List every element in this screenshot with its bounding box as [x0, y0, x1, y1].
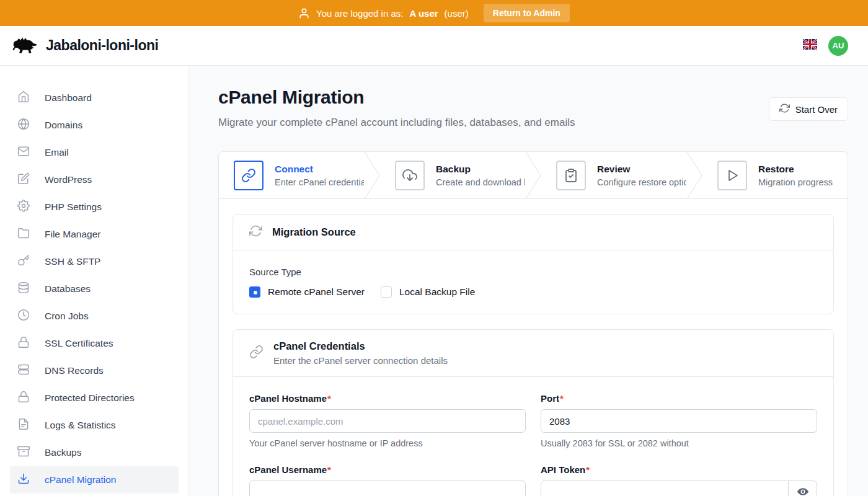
- sidebar-item-label: Domains: [45, 120, 82, 131]
- user-avatar[interactable]: AU: [828, 36, 848, 56]
- toggle-token-visibility-button[interactable]: [789, 480, 817, 496]
- sidebar-item-logs-statistics[interactable]: Logs & Statistics: [10, 412, 179, 439]
- login-as-username: A user: [409, 8, 438, 19]
- download-icon: [17, 472, 30, 487]
- port-input[interactable]: [541, 409, 817, 433]
- step-title: Backup: [436, 164, 525, 175]
- option-label: Local Backup File: [399, 286, 475, 298]
- sidebar-item-file-manager[interactable]: File Manager: [10, 221, 179, 248]
- link-icon: [249, 345, 264, 361]
- sidebar-item-label: Databases: [45, 283, 91, 294]
- field-port: Port* Usually 2083 for SSL or 2082 witho…: [541, 393, 817, 448]
- sidebar-item-ssl-certificates[interactable]: SSL Certificates: [10, 330, 179, 357]
- sidebar-item-protected-directories[interactable]: Protected Directories: [10, 384, 179, 412]
- cpanel-credentials-card: cPanel Credentials Enter the cPanel serv…: [232, 329, 834, 496]
- database-icon: [17, 281, 30, 296]
- eye-icon: [797, 485, 809, 496]
- step-title: Restore: [758, 164, 833, 175]
- field-label: cPanel Hostname: [249, 393, 327, 404]
- api-token-input[interactable]: [541, 480, 789, 496]
- clock-icon: [17, 309, 30, 324]
- sidebar-item-email[interactable]: Email: [10, 139, 179, 166]
- field-help: Usually 2083 for SSL or 2082 without: [541, 438, 817, 448]
- required-marker: *: [586, 464, 590, 475]
- play-icon: [717, 161, 747, 190]
- option-label: Remote cPanel Server: [268, 286, 365, 298]
- step-separator: [525, 152, 541, 199]
- sidebar-item-label: Email: [45, 147, 69, 158]
- login-as-text: You are logged in as:: [316, 8, 403, 19]
- server-icon: [17, 363, 30, 378]
- page-title: cPanel Migration: [218, 87, 575, 108]
- link-icon: [234, 161, 264, 190]
- clipboard-check-icon: [556, 161, 586, 190]
- step-restore[interactable]: RestoreMigration progress: [702, 152, 848, 198]
- sidebar-item-label: Backups: [45, 447, 81, 458]
- sidebar-item-label: File Manager: [45, 229, 100, 240]
- step-separator: [364, 152, 380, 199]
- step-review[interactable]: ReviewConfigure restore options: [541, 152, 686, 198]
- required-marker: *: [327, 464, 331, 475]
- step-subtitle: Enter cPanel credentials: [275, 177, 364, 187]
- field-label: cPanel Username: [249, 464, 327, 475]
- folder-icon: [17, 227, 30, 242]
- sidebar-item-domains[interactable]: Domains: [10, 112, 179, 139]
- archive-icon: [17, 445, 30, 460]
- brand[interactable]: Jabaloni-loni-loni: [10, 33, 158, 58]
- source-type-label: Source Type: [249, 267, 817, 277]
- card-subtitle: Enter the cPanel server connection detai…: [273, 355, 448, 366]
- sidebar-item-backups[interactable]: Backups: [10, 439, 179, 466]
- step-title: Review: [597, 164, 686, 175]
- login-as-role: (user): [445, 8, 469, 19]
- sidebar-item-label: Protected Directories: [45, 392, 135, 404]
- edit-icon: [17, 172, 30, 187]
- sidebar-item-dns-records[interactable]: DNS Records: [10, 357, 179, 384]
- sidebar-item-ssh-sftp[interactable]: SSH & SFTP: [10, 248, 179, 275]
- field-help: Your cPanel server hostname or IP addres…: [249, 438, 526, 448]
- step-backup[interactable]: BackupCreate and download backup: [380, 152, 525, 198]
- sidebar-item-wordpress[interactable]: WordPress: [10, 166, 179, 193]
- mail-icon: [17, 145, 30, 160]
- required-marker: *: [327, 393, 331, 404]
- sidebar-item-cron-jobs[interactable]: Cron Jobs: [10, 303, 179, 330]
- sidebar-item-databases[interactable]: Databases: [10, 275, 179, 303]
- card-title: cPanel Credentials: [273, 340, 448, 352]
- sidebar-item-php-settings[interactable]: PHP Settings: [10, 193, 179, 221]
- language-flag-icon[interactable]: [803, 39, 817, 52]
- wizard-stepper: ConnectEnter cPanel credentials BackupCr…: [219, 152, 848, 199]
- start-over-button[interactable]: Start Over: [769, 97, 848, 121]
- sidebar-item-label: WordPress: [45, 174, 92, 185]
- sidebar-item-label: Cron Jobs: [45, 311, 89, 322]
- boar-logo-icon: [10, 33, 38, 58]
- start-over-label: Start Over: [795, 104, 838, 115]
- sidebar-item-label: DNS Records: [45, 365, 104, 376]
- checkbox-checked-icon[interactable]: [249, 286, 260, 298]
- migration-source-card: Migration Source Source Type Remote cPan…: [232, 214, 834, 314]
- field-cpanel-hostname: cPanel Hostname* Your cPanel server host…: [249, 393, 526, 448]
- migration-wizard-card: ConnectEnter cPanel credentials BackupCr…: [218, 151, 848, 496]
- step-connect[interactable]: ConnectEnter cPanel credentials: [219, 152, 364, 198]
- sidebar-item-label: Dashboard: [45, 92, 92, 104]
- impersonation-bar: You are logged in as: A user (user) Retu…: [0, 0, 868, 26]
- key-icon: [17, 254, 30, 269]
- sidebar-item-dashboard[interactable]: Dashboard: [10, 84, 179, 112]
- sidebar-item-label: cPanel Migration: [45, 474, 116, 485]
- field-cpanel-username: cPanel Username*: [249, 464, 526, 496]
- field-api-token: API Token*: [541, 464, 817, 496]
- return-to-admin-button[interactable]: Return to Admin: [484, 4, 570, 22]
- page-subtitle: Migrate your complete cPanel account inc…: [218, 117, 575, 129]
- sidebar-item-label: PHP Settings: [45, 202, 102, 213]
- step-separator: [686, 152, 702, 199]
- card-title: Migration Source: [272, 226, 356, 238]
- sidebar-item-cpanel-migration[interactable]: cPanel Migration: [10, 466, 179, 494]
- globe-icon: [17, 118, 30, 133]
- app-header: Jabaloni-loni-loni AU: [0, 26, 868, 66]
- cpanel-username-input[interactable]: [249, 480, 526, 496]
- option-remote-cpanel-server[interactable]: Remote cPanel Server: [249, 286, 365, 298]
- sidebar-item-label: Logs & Statistics: [45, 420, 116, 431]
- step-title: Connect: [275, 164, 364, 175]
- lock-icon: [17, 391, 30, 405]
- cpanel-hostname-input[interactable]: [249, 409, 526, 433]
- checkbox-unchecked-icon[interactable]: [381, 286, 392, 298]
- option-local-backup-file[interactable]: Local Backup File: [381, 286, 475, 298]
